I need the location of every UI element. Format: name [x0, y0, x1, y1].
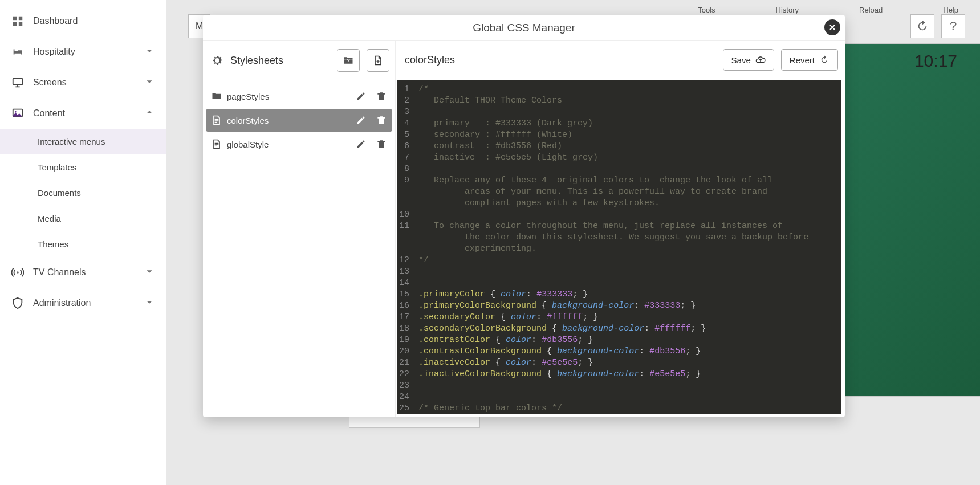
- nav-label: Hospitality: [33, 47, 75, 57]
- stylesheet-item-globalStyle[interactable]: globalStyle: [206, 133, 392, 156]
- css-manager-modal: Global CSS Manager Stylesheets pageStyle…: [203, 15, 845, 417]
- chevron-down-icon: [143, 296, 156, 311]
- dashboard-icon: [10, 14, 25, 28]
- stylesheet-name: pageStyles: [227, 92, 269, 101]
- stylesheet-list: pageStylescolorStylesglobalStyle: [203, 80, 395, 160]
- gear-icon: [210, 54, 224, 67]
- reload-icon: [916, 20, 929, 32]
- sub-item-documents[interactable]: Documents: [0, 180, 166, 206]
- nav-label: Content: [33, 108, 65, 119]
- edit-icon[interactable]: [355, 138, 367, 150]
- current-file-name: colorStyles: [405, 54, 455, 66]
- stylesheet-item-pageStyles[interactable]: pageStyles: [206, 85, 392, 108]
- trash-icon[interactable]: [376, 115, 387, 126]
- stylesheets-panel: Stylesheets pageStylescolorStylesglobalS…: [203, 41, 396, 417]
- code-editor[interactable]: 1234567891011121314151617181920212223242…: [397, 80, 841, 414]
- nav-label: TV Channels: [33, 267, 86, 278]
- nav-item-dashboard[interactable]: Dashboard: [0, 6, 166, 36]
- help-icon: ?: [950, 19, 957, 34]
- reload-button[interactable]: [910, 14, 934, 38]
- chevron-down-icon: [143, 75, 156, 90]
- stylesheet-item-colorStyles[interactable]: colorStyles: [206, 109, 392, 132]
- nav-item-screens[interactable]: Screens: [0, 67, 166, 98]
- bed-icon: [10, 44, 25, 59]
- revert-button[interactable]: Revert: [781, 49, 838, 71]
- sidebar: DashboardHospitalityScreensContentIntera…: [0, 0, 166, 485]
- stylesheet-name: colorStyles: [227, 116, 269, 125]
- monitor-icon: [10, 75, 25, 90]
- nav-item-hospitality[interactable]: Hospitality: [0, 36, 166, 67]
- stylesheet-name: globalStyle: [227, 140, 269, 149]
- chevron-up-icon: [143, 106, 156, 121]
- nav-label: Screens: [33, 78, 67, 88]
- revert-label: Revert: [790, 55, 815, 65]
- folder-plus-icon: [343, 55, 354, 66]
- file-icon: [211, 138, 222, 150]
- sub-item-themes[interactable]: Themes: [0, 231, 166, 257]
- nav-item-content[interactable]: Content: [0, 98, 166, 129]
- revert-icon: [819, 55, 829, 65]
- sub-item-interactive-menus[interactable]: Interactive menus: [0, 129, 166, 154]
- save-label: Save: [731, 55, 751, 65]
- trash-icon[interactable]: [376, 138, 387, 150]
- sub-item-media[interactable]: Media: [0, 206, 166, 231]
- modal-title-text: Global CSS Manager: [473, 22, 575, 34]
- file-icon: [211, 115, 222, 126]
- code-lines: /* Default THOR Theme Colors primary : #…: [414, 80, 841, 414]
- nav-item-administration[interactable]: Administration: [0, 288, 166, 319]
- settings-button[interactable]: [205, 54, 229, 67]
- chevron-down-icon: [143, 44, 156, 59]
- edit-icon[interactable]: [355, 115, 367, 126]
- edit-icon[interactable]: [355, 91, 367, 102]
- new-folder-button[interactable]: [337, 49, 360, 72]
- file-plus-icon: [372, 55, 384, 66]
- shield-icon: [10, 296, 25, 311]
- folder-icon: [211, 91, 222, 102]
- antenna-icon: [10, 265, 25, 280]
- clock-display: 10:17: [914, 51, 957, 71]
- modal-close-button[interactable]: [824, 19, 840, 35]
- nav-label: Administration: [33, 298, 91, 308]
- sub-item-templates[interactable]: Templates: [0, 154, 166, 180]
- help-button[interactable]: ?: [941, 14, 965, 38]
- stylesheets-title: Stylesheets: [230, 55, 337, 67]
- new-file-button[interactable]: [367, 49, 389, 72]
- chevron-down-icon: [143, 265, 156, 280]
- modal-titlebar: Global CSS Manager: [203, 15, 845, 41]
- editor-panel: colorStyles Save Revert 1234567891011121…: [396, 41, 845, 417]
- nav-label: Dashboard: [33, 16, 78, 26]
- save-button[interactable]: Save: [723, 49, 774, 71]
- image-icon: [10, 106, 25, 121]
- close-icon: [828, 23, 837, 32]
- line-gutter: 1234567891011121314151617181920212223242…: [397, 80, 414, 414]
- nav-item-tv-channels[interactable]: TV Channels: [0, 257, 166, 288]
- trash-icon[interactable]: [376, 91, 387, 102]
- cloud-save-icon: [755, 55, 766, 65]
